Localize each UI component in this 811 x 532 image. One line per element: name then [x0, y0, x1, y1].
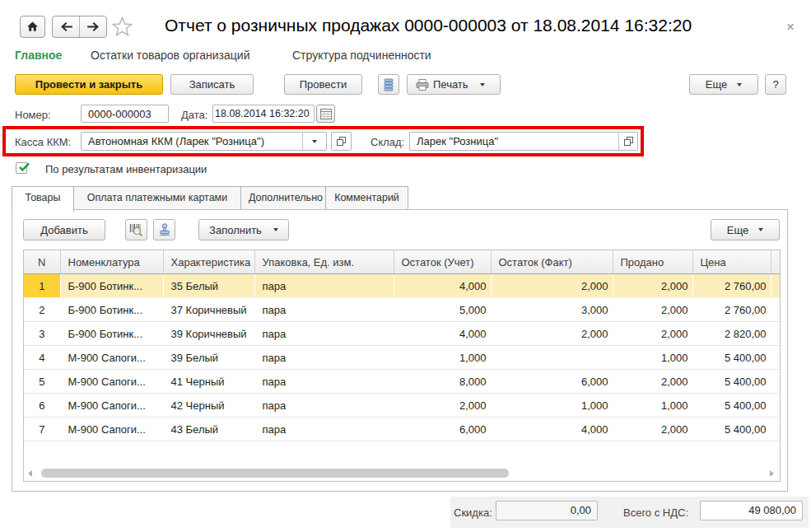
discount-field[interactable]: 0,00 [496, 501, 598, 520]
print-button-label: Печать [433, 78, 468, 91]
col-header-n[interactable]: N [24, 250, 60, 274]
forward-button[interactable] [79, 16, 106, 37]
kkm-value: Автономная ККМ (Ларек "Розница") [82, 135, 302, 147]
scrollbar-thumb[interactable] [41, 469, 509, 478]
post-and-close-button[interactable]: Провести и закрыть [15, 74, 163, 95]
col-header-sold[interactable]: Продано [613, 250, 692, 274]
stamp-icon [158, 223, 171, 236]
table-row[interactable]: 2 Б-900 Ботинк... 37 Коричневый пара 5,0… [24, 298, 780, 322]
number-field[interactable]: 0000-000003 [81, 105, 169, 123]
table-header-row: N Номенклатура Характеристика Упаковка, … [24, 250, 780, 274]
post-button[interactable]: Провести [284, 74, 362, 95]
table-row[interactable]: 3 Б-900 Ботинк... 39 Коричневый пара 4,0… [24, 322, 780, 346]
table-row[interactable]: 1 Б-900 Ботинк... 35 Белый пара 4,000 2,… [24, 274, 780, 298]
date-label: Дата: [181, 109, 207, 121]
table-row[interactable]: 7 М-900 Сапоги... 43 Белый пара 6,000 4,… [24, 418, 780, 441]
more-button-label: Еще [706, 78, 727, 91]
stamp-button[interactable] [153, 219, 175, 240]
more-button[interactable]: Еще [689, 74, 758, 95]
add-row-button[interactable]: Добавить [23, 219, 105, 240]
scroll-right-arrow-icon[interactable] [770, 470, 774, 477]
col-header-characteristic[interactable]: Характеристика [163, 250, 254, 274]
table-row[interactable]: 4 М-900 Сапоги... 39 Белый пара 1,000 1,… [24, 346, 780, 370]
kkm-dropdown-button[interactable] [303, 140, 326, 143]
fill-dropdown-arrow-icon [273, 228, 278, 231]
col-header-nomenclature[interactable]: Номенклатура [60, 250, 163, 274]
kkm-label: Касса ККМ: [15, 136, 71, 148]
warehouse-value: Ларек "Розница" [410, 135, 618, 147]
fill-button-label: Заполнить [209, 224, 262, 236]
help-button[interactable]: ? [765, 74, 786, 95]
date-field[interactable]: 18.08.2014 16:32:20 [212, 105, 315, 123]
tab-additional[interactable]: Дополнительно [240, 186, 331, 212]
open-icon [337, 137, 346, 146]
write-button[interactable]: Записать [170, 74, 254, 95]
calendar-icon [320, 109, 332, 119]
discount-label: Скидка: [454, 506, 492, 519]
items-more-button-label: Еще [727, 224, 748, 236]
items-more-dropdown-arrow-icon [758, 228, 763, 231]
tab-comment[interactable]: Комментарий [325, 186, 408, 212]
col-header-filler [771, 250, 780, 274]
kkm-dropdown-arrow-icon [312, 140, 317, 143]
table-row[interactable]: 5 М-900 Сапоги... 41 Черный пара 8,000 6… [24, 370, 780, 394]
scroll-left-arrow-icon[interactable] [28, 470, 32, 477]
col-header-price[interactable]: Цена [692, 250, 771, 274]
home-icon [27, 21, 38, 32]
kkm-combo-field[interactable]: Автономная ККМ (Ларек "Розница") [81, 132, 327, 151]
items-grid: N Номенклатура Характеристика Упаковка, … [24, 250, 781, 441]
postings-stack-icon [384, 78, 394, 91]
barcode-scan-button[interactable] [125, 219, 147, 240]
warehouse-label: Склад: [371, 136, 404, 148]
forward-icon [87, 22, 100, 31]
table-row[interactable]: 6 М-900 Сапоги... 42 Черный пара 2,000 1… [24, 394, 780, 418]
total-label: Всего с НДС: [623, 506, 688, 519]
fill-button[interactable]: Заполнить [198, 219, 289, 240]
inventory-checkbox[interactable] [16, 162, 27, 174]
horizontal-scrollbar[interactable] [24, 466, 780, 480]
col-header-unit[interactable]: Упаковка, Ед. изм. [254, 250, 394, 274]
checkmark-icon [18, 162, 30, 173]
print-dropdown-arrow-icon [480, 83, 485, 86]
tab-goods[interactable]: Товары [12, 186, 74, 212]
items-table: N Номенклатура Характеристика Упаковка, … [23, 250, 781, 482]
show-postings-button[interactable] [378, 74, 399, 95]
inventory-checkbox-label: По результатам инвентаризации [45, 163, 207, 175]
kkm-open-button[interactable] [331, 132, 352, 151]
tab-card-payments[interactable]: Оплата платежными картами [68, 186, 246, 212]
print-button[interactable]: Печать [407, 74, 501, 95]
back-icon [60, 22, 72, 31]
date-value: 18.08.2014 16:32:20 [213, 108, 314, 119]
total-field[interactable]: 49 080,00 [700, 501, 803, 520]
items-more-button[interactable]: Еще [711, 219, 780, 240]
barcode-scanner-icon [129, 223, 143, 236]
totals-band: Скидка: 0,00 Всего с НДС: 49 080,00 [450, 497, 809, 528]
nav-link-main[interactable]: Главное [15, 49, 62, 62]
nav-link-structure[interactable]: Структура подчиненности [292, 49, 431, 62]
back-button[interactable] [53, 16, 79, 37]
home-button[interactable] [20, 16, 45, 38]
open-icon [624, 137, 633, 146]
number-label: Номер: [15, 109, 51, 121]
warehouse-field[interactable]: Ларек "Розница" [409, 132, 638, 151]
nav-link-stock[interactable]: Остатки товаров организаций [91, 49, 249, 62]
col-header-stock-fact[interactable]: Остаток (Факт) [491, 250, 613, 274]
more-dropdown-arrow-icon [737, 83, 742, 86]
col-header-stock-plan[interactable]: Остаток (Учет) [394, 250, 491, 274]
printer-icon [416, 79, 429, 91]
favorite-star-icon[interactable] [112, 16, 133, 37]
close-icon[interactable]: × [786, 20, 795, 34]
warehouse-open-button[interactable] [619, 137, 637, 146]
window-title: Отчет о розничных продажах 0000-000003 о… [165, 16, 692, 35]
history-nav-group [52, 16, 107, 38]
date-picker-button[interactable] [316, 105, 335, 123]
retail-sales-report-window: Отчет о розничных продажах 0000-000003 о… [0, 0, 811, 532]
number-value: 0000-000003 [82, 108, 168, 120]
